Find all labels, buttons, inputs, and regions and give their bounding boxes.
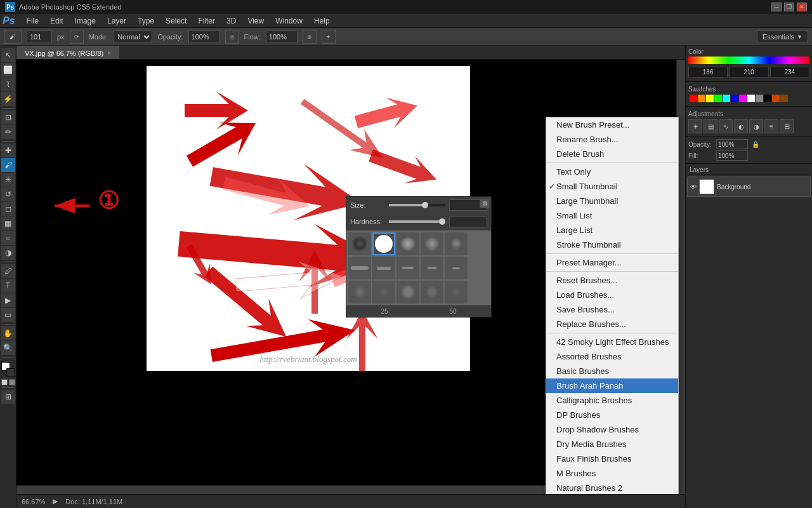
brush-toggle-1[interactable]: ⟳	[70, 30, 84, 44]
tool-zoom[interactable]: 🔍	[1, 341, 15, 355]
tool-hand[interactable]: ✋	[1, 326, 15, 340]
swatch-orange[interactable]	[698, 95, 705, 102]
ctx-small-thumbnail[interactable]: Small Thumbnail	[546, 179, 678, 194]
opacity-input[interactable]	[188, 30, 220, 43]
ctx-drop-shadow[interactable]: Drop Shadow Brushes	[546, 422, 678, 437]
menu-help[interactable]: Help	[309, 15, 335, 27]
ctx-save-brushes[interactable]: Save Brushes...	[546, 302, 678, 317]
swatch-red[interactable]	[690, 95, 697, 102]
ctx-stroke-thumbnail[interactable]: Stroke Thumbnail	[546, 237, 678, 252]
brush-thumb-13[interactable]	[396, 281, 419, 304]
tool-clone-stamp[interactable]: ✳	[1, 173, 15, 187]
ctx-faux-finish[interactable]: Faux Finish Brushes	[546, 451, 678, 466]
adj-saturation[interactable]: ◑	[749, 119, 763, 133]
tool-move[interactable]: ↖	[1, 48, 15, 62]
brush-thumb-6[interactable]	[348, 257, 371, 279]
menu-type[interactable]: Type	[133, 15, 159, 27]
swatch-magenta[interactable]	[739, 95, 747, 102]
tool-eyedropper[interactable]: ✏	[1, 125, 15, 139]
ctx-preset-manager[interactable]: Preset Manager...	[546, 255, 678, 270]
background-color[interactable]	[6, 368, 15, 377]
flow-btn[interactable]: ⊕	[303, 30, 317, 44]
ctx-delete-brush[interactable]: Delete Brush	[546, 147, 678, 161]
adj-levels[interactable]: ▤	[704, 119, 717, 133]
titlebar-controls[interactable]: ─ ❐ ✕	[771, 3, 807, 11]
menu-window[interactable]: Window	[270, 15, 308, 27]
layer-item-1[interactable]: 👁 Background	[687, 177, 811, 197]
brush-thumb-9[interactable]	[421, 257, 443, 279]
tool-quick-select[interactable]: ⚡	[1, 92, 15, 106]
swatch-green[interactable]	[714, 95, 722, 102]
menu-file[interactable]: File	[22, 15, 44, 27]
adj-brightness[interactable]: ☀	[688, 119, 702, 133]
brush-thumb-12[interactable]	[372, 281, 395, 304]
ctx-assorted[interactable]: Assorted Brushes	[546, 349, 678, 364]
tool-dodge[interactable]: ◑	[1, 246, 15, 260]
airbrush-btn[interactable]: ✦	[322, 30, 336, 44]
brush-thumb-15[interactable]	[445, 281, 468, 304]
tool-gradient[interactable]: ▦	[1, 217, 15, 231]
flow-input[interactable]	[266, 30, 298, 43]
tool-marquee-rect[interactable]: ⬜	[1, 63, 15, 77]
tool-lasso[interactable]: ⌇	[1, 77, 15, 91]
menu-filter[interactable]: Filter	[193, 15, 220, 27]
ctx-replace-brushes[interactable]: Replace Brushes...	[546, 317, 678, 331]
color-g-value[interactable]: 210	[729, 67, 768, 77]
menu-image[interactable]: Image	[70, 15, 101, 27]
ctx-calligraphic[interactable]: Calligraphic Brushes	[546, 393, 678, 408]
swatch-gray[interactable]	[756, 95, 763, 102]
tool-type[interactable]: T	[1, 279, 15, 293]
tool-blur[interactable]: ○	[1, 231, 15, 245]
tab-close-button[interactable]: ×	[107, 50, 111, 57]
adj-hue[interactable]: ◐	[734, 119, 748, 133]
hardness-slider-thumb[interactable]	[439, 218, 445, 225]
layer-opacity-input[interactable]	[716, 139, 748, 149]
brush-preset-picker[interactable]: 🖌	[4, 30, 22, 44]
menu-edit[interactable]: Edit	[45, 15, 69, 27]
ctx-m-brushes[interactable]: M Brushes	[546, 466, 678, 481]
ctx-new-brush-preset[interactable]: New Brush Preset...	[546, 117, 678, 132]
ctx-dp-brushes[interactable]: DP Brushes	[546, 408, 678, 422]
swatch-brown[interactable]	[780, 95, 788, 102]
ctx-load-brushes[interactable]: Load Brushes...	[546, 288, 678, 302]
tool-screen-mode[interactable]: ⊞	[1, 390, 15, 404]
brush-panel-settings[interactable]: ⚙	[480, 198, 490, 208]
tool-shape[interactable]: ▭	[1, 308, 15, 322]
size-slider-track[interactable]	[389, 204, 445, 206]
quick-mask-mode[interactable]	[9, 379, 15, 385]
menu-3d[interactable]: 3D	[221, 15, 241, 27]
swatch-cyan[interactable]	[723, 95, 730, 102]
ctx-natural-2[interactable]: Natural Brushes 2	[546, 481, 678, 494]
color-swatches[interactable]	[1, 362, 15, 377]
ctx-reset-brushes[interactable]: Reset Brushes...	[546, 273, 678, 288]
layer-fill-input[interactable]	[716, 150, 748, 161]
tool-crop[interactable]: ⊡	[1, 110, 15, 124]
tool-eraser[interactable]: ◻	[1, 202, 15, 216]
brush-thumb-3[interactable]	[396, 232, 419, 255]
brush-thumb-4[interactable]	[421, 232, 443, 255]
brush-thumb-11[interactable]	[348, 281, 371, 304]
brush-thumb-1[interactable]	[348, 232, 371, 255]
ctx-small-list[interactable]: Small List	[546, 208, 678, 223]
brush-thumb-2-selected[interactable]	[372, 232, 395, 255]
hardness-value-input[interactable]: 100%	[449, 216, 487, 227]
swatch-white[interactable]	[747, 95, 755, 102]
ctx-text-only[interactable]: Text Only	[546, 164, 678, 179]
adj-curves[interactable]: ∿	[719, 119, 733, 133]
minimize-button[interactable]: ─	[771, 3, 782, 11]
mode-dropdown[interactable]: Normal	[113, 30, 152, 43]
brush-thumb-5[interactable]	[445, 232, 468, 255]
hardness-slider-track[interactable]	[389, 220, 445, 223]
tool-history-brush[interactable]: ↺	[1, 187, 15, 201]
restore-button[interactable]: ❐	[784, 3, 794, 11]
ctx-large-list[interactable]: Large List	[546, 223, 678, 237]
ctx-42-smoky[interactable]: 42 Smoky Light Effect Brushes	[546, 335, 678, 349]
adj-grid[interactable]: ⊞	[780, 119, 794, 133]
tool-healing[interactable]: ✚	[1, 144, 15, 157]
menu-select[interactable]: Select	[160, 15, 192, 27]
close-button[interactable]: ✕	[797, 3, 807, 11]
tool-pen[interactable]: 🖊	[1, 264, 15, 278]
quick-mask-normal[interactable]	[1, 379, 8, 385]
size-slider-thumb[interactable]	[422, 202, 428, 208]
layer-visibility-icon[interactable]: 👁	[690, 184, 697, 190]
